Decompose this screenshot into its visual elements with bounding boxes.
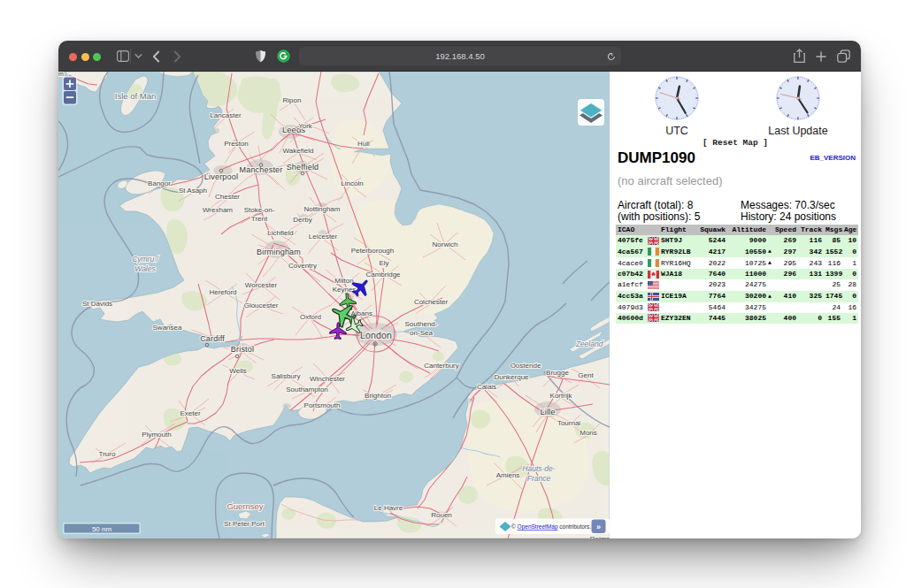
svg-text:Wells: Wells xyxy=(229,367,246,375)
svg-text:Hauts-de-: Hauts-de- xyxy=(522,464,555,473)
svg-text:© OpenStreetMap contributors.: © OpenStreetMap contributors. xyxy=(511,523,591,531)
svg-text:Hull: Hull xyxy=(357,140,370,148)
svg-text:Liverpool: Liverpool xyxy=(204,172,238,181)
svg-text:St Asaph: St Asaph xyxy=(179,187,207,195)
svg-text:Hereford: Hereford xyxy=(209,288,236,296)
svg-text:Chester: Chester xyxy=(215,193,240,201)
svg-text:Leicester: Leicester xyxy=(309,233,338,241)
svg-text:Plymouth: Plymouth xyxy=(142,431,171,439)
svg-text:Ely: Ely xyxy=(379,259,388,267)
svg-text:Peterborough: Peterborough xyxy=(351,247,394,255)
svg-text:Lincoln: Lincoln xyxy=(341,179,363,187)
svg-text:Brighton: Brighton xyxy=(365,392,391,400)
svg-text:Zeeland: Zeeland xyxy=(575,340,603,348)
svg-text:Oxford: Oxford xyxy=(300,313,321,321)
svg-text:Portsmouth: Portsmouth xyxy=(304,401,341,409)
svg-text:Isle of Man: Isle of Man xyxy=(115,91,156,101)
svg-text:Cambridge: Cambridge xyxy=(365,271,401,279)
svg-text:50 nm: 50 nm xyxy=(92,525,112,533)
svg-text:Worcester: Worcester xyxy=(245,281,278,289)
svg-text:Reims: Reims xyxy=(590,535,610,538)
svg-text:Winchester: Winchester xyxy=(310,375,345,383)
svg-text:Cardiff: Cardiff xyxy=(200,334,225,343)
svg-text:Preston: Preston xyxy=(224,140,249,148)
svg-text:France: France xyxy=(527,474,551,483)
svg-text:Ripon: Ripon xyxy=(283,96,302,104)
svg-text:Truro: Truro xyxy=(99,450,116,458)
svg-text:Bristol: Bristol xyxy=(231,345,254,354)
svg-text:Norwich: Norwich xyxy=(433,241,458,248)
svg-text:Kortrijk: Kortrijk xyxy=(550,392,573,400)
svg-text:Cymru /: Cymru / xyxy=(132,255,159,263)
svg-text:Wrexham: Wrexham xyxy=(203,206,233,214)
svg-text:Salisbury: Salisbury xyxy=(272,372,301,380)
svg-text:Gent: Gent xyxy=(578,371,594,379)
svg-text:St Davids: St Davids xyxy=(82,300,112,308)
svg-text:on-Sea: on-Sea xyxy=(410,329,433,337)
svg-text:Bangor: Bangor xyxy=(148,179,171,187)
svg-text:Swansea: Swansea xyxy=(153,324,182,332)
svg-text:St Peter Port: St Peter Port xyxy=(224,520,265,528)
svg-text:Stoke-on-: Stoke-on- xyxy=(244,206,275,214)
svg-text:Southend-: Southend- xyxy=(405,320,438,328)
svg-text:Gloucester: Gloucester xyxy=(244,302,279,309)
svg-text:Exeter: Exeter xyxy=(180,409,200,417)
svg-text:Guernsey: Guernsey xyxy=(226,501,263,511)
svg-text:Mons: Mons xyxy=(580,429,597,437)
svg-text:Wales: Wales xyxy=(134,264,156,273)
svg-text:Amiens: Amiens xyxy=(496,471,520,479)
svg-text:Tournai: Tournai xyxy=(557,419,580,427)
svg-text:Milton: Milton xyxy=(334,277,353,285)
svg-text:Lancaster: Lancaster xyxy=(210,111,241,119)
svg-text:Dunkerque: Dunkerque xyxy=(494,373,529,381)
svg-text:Derby: Derby xyxy=(293,216,311,224)
svg-text:Wakefield: Wakefield xyxy=(283,147,314,155)
svg-text:York: York xyxy=(298,122,313,130)
svg-text:Keynes: Keynes xyxy=(333,286,357,294)
svg-text:Oostende: Oostende xyxy=(511,362,541,370)
svg-text:Le Havre: Le Havre xyxy=(374,504,403,512)
svg-text:Birmingham: Birmingham xyxy=(257,248,301,256)
svg-text:Southampton: Southampton xyxy=(286,386,328,393)
svg-text:Lichfield: Lichfield xyxy=(267,229,293,237)
svg-text:Rouen: Rouen xyxy=(431,511,452,519)
svg-text:Canterbury: Canterbury xyxy=(424,362,459,370)
svg-text:Calais: Calais xyxy=(477,383,496,391)
svg-text:m: m xyxy=(58,72,64,77)
svg-text:»: » xyxy=(596,523,601,531)
svg-text:Sheffield: Sheffield xyxy=(287,163,319,172)
svg-text:Trent: Trent xyxy=(251,215,268,223)
svg-text:Brugge: Brugge xyxy=(546,369,569,377)
svg-text:London: London xyxy=(360,330,392,340)
svg-text:Coventry: Coventry xyxy=(288,262,317,270)
svg-text:Lille: Lille xyxy=(541,407,556,416)
svg-text:Colchester: Colchester xyxy=(414,298,449,306)
svg-text:Nottingham: Nottingham xyxy=(304,205,341,213)
